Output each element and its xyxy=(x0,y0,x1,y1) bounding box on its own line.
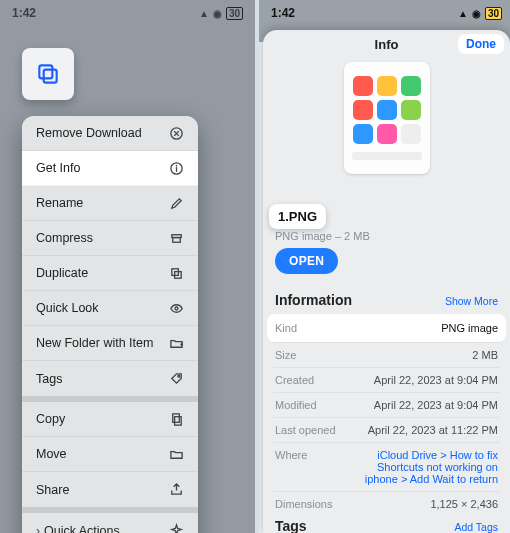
menu-quick-actions[interactable]: ›Quick Actions xyxy=(22,513,198,533)
information-heading: Information xyxy=(275,292,352,308)
wifi-icon: ◉ xyxy=(472,8,481,19)
svg-rect-1 xyxy=(44,70,57,83)
menu-compress[interactable]: Compress xyxy=(22,221,198,256)
eye-icon xyxy=(168,300,184,316)
menu-label: Rename xyxy=(36,196,83,210)
info-key: Created xyxy=(275,374,314,386)
menu-label: Get Info xyxy=(36,161,80,175)
x-circle-icon xyxy=(168,125,184,141)
info-value: April 22, 2023 at 9:04 PM xyxy=(374,399,498,411)
info-row-last-opened: Last openedApril 22, 2023 at 11:22 PM xyxy=(273,417,500,442)
copy-icon xyxy=(168,411,184,427)
battery-icon: 30 xyxy=(485,7,502,20)
phone-left-screenshot: 1:42 ▲ ◉ 30 Remove Download Get Info Ren… xyxy=(0,0,255,533)
info-value: 2 MB xyxy=(472,349,498,361)
svg-rect-0 xyxy=(39,65,52,78)
show-more-link[interactable]: Show More xyxy=(445,295,498,307)
info-key: Modified xyxy=(275,399,317,411)
phone-right-screenshot: 1:42 ▲ ◉ 30 Info Done 1.PNG PNG image – … xyxy=(259,0,510,533)
menu-group-1: Remove Download Get Info Rename Compress… xyxy=(22,116,198,396)
menu-label: New Folder with Item xyxy=(36,336,153,350)
info-row-created: CreatedApril 22, 2023 at 9:04 PM xyxy=(273,367,500,392)
wifi-icon: ▲ xyxy=(458,8,468,19)
info-header: Info Done xyxy=(263,30,510,58)
menu-rename[interactable]: Rename xyxy=(22,186,198,221)
tags-heading: Tags xyxy=(275,518,307,533)
clock: 1:42 xyxy=(12,6,36,20)
chevron-right-icon: › xyxy=(36,524,40,534)
info-circle-icon xyxy=(168,160,184,176)
info-key: Dimensions xyxy=(275,498,332,510)
info-row-where: WhereiCloud Drive > How to fix Shortcuts… xyxy=(273,442,500,491)
menu-duplicate[interactable]: Duplicate xyxy=(22,256,198,291)
svg-rect-10 xyxy=(172,413,179,421)
add-tags-link[interactable]: Add Tags xyxy=(454,521,498,533)
menu-quick-look[interactable]: Quick Look xyxy=(22,291,198,326)
done-button[interactable]: Done xyxy=(458,34,504,54)
info-sheet: Info Done 1.PNG PNG image – 2 MB OPEN In… xyxy=(263,30,510,533)
file-preview[interactable] xyxy=(344,62,430,174)
menu-get-info[interactable]: Get Info xyxy=(22,151,198,186)
clock: 1:42 xyxy=(271,6,295,20)
wifi-icon: ◉ xyxy=(213,8,222,19)
info-value: April 22, 2023 at 11:22 PM xyxy=(368,424,498,436)
information-section: Information Show More KindPNG imageSize2… xyxy=(273,292,500,516)
menu-label: Remove Download xyxy=(36,126,142,140)
menu-tags[interactable]: Tags xyxy=(22,361,198,396)
status-bar: 1:42 ▲ ◉ 30 xyxy=(0,0,255,26)
share-icon xyxy=(168,482,184,498)
menu-label: Quick Actions xyxy=(44,524,120,534)
menu-group-2: Copy Move Share xyxy=(22,402,198,507)
menu-label: Tags xyxy=(36,372,62,386)
duplicate-icon xyxy=(168,265,184,281)
info-key: Last opened xyxy=(275,424,336,436)
menu-label: Share xyxy=(36,483,69,497)
svg-point-9 xyxy=(177,375,179,377)
copy-icon xyxy=(35,61,61,87)
folder-plus-icon xyxy=(168,335,184,351)
archive-icon xyxy=(168,230,184,246)
battery-icon: 30 xyxy=(226,7,243,20)
svg-rect-11 xyxy=(174,416,181,424)
info-key: Size xyxy=(275,349,296,361)
info-row-dimensions: Dimensions1,125 × 2,436 xyxy=(273,491,500,516)
info-row-size: Size2 MB xyxy=(273,342,500,367)
menu-label: Quick Look xyxy=(36,301,99,315)
pencil-icon xyxy=(168,195,184,211)
menu-new-folder-item[interactable]: New Folder with Item xyxy=(22,326,198,361)
menu-label: Duplicate xyxy=(36,266,88,280)
menu-group-3: ›Quick Actions xyxy=(22,513,198,533)
menu-copy[interactable]: Copy xyxy=(22,402,198,437)
info-title: Info xyxy=(375,37,399,52)
tag-icon xyxy=(168,371,184,387)
info-value: 1,125 × 2,436 xyxy=(430,498,498,510)
menu-move[interactable]: Move xyxy=(22,437,198,472)
menu-label: Move xyxy=(36,447,67,461)
info-row-kind: KindPNG image xyxy=(267,314,506,342)
svg-rect-5 xyxy=(172,237,180,242)
folder-icon xyxy=(168,446,184,462)
menu-remove-download[interactable]: Remove Download xyxy=(22,116,198,151)
sparkle-icon xyxy=(168,523,184,534)
menu-label: Copy xyxy=(36,412,65,426)
info-key: Kind xyxy=(275,322,297,334)
info-row-modified: ModifiedApril 22, 2023 at 9:04 PM xyxy=(273,392,500,417)
svg-point-8 xyxy=(175,307,178,310)
status-bar: 1:42 ▲ ◉ 30 xyxy=(259,0,510,26)
preview-area xyxy=(263,58,510,176)
wifi-icon: ▲ xyxy=(199,8,209,19)
menu-share[interactable]: Share xyxy=(22,472,198,507)
context-menu: Remove Download Get Info Rename Compress… xyxy=(22,116,198,533)
file-thumbnail[interactable] xyxy=(22,48,74,100)
info-value: April 22, 2023 at 9:04 PM xyxy=(374,374,498,386)
file-subtitle: PNG image – 2 MB xyxy=(275,230,370,242)
info-key: Where xyxy=(275,449,307,485)
info-value[interactable]: iCloud Drive > How to fix Shortcuts not … xyxy=(348,449,498,485)
tags-section: Tags Add Tags xyxy=(273,518,500,533)
filename-label: 1.PNG xyxy=(269,204,326,229)
open-button[interactable]: OPEN xyxy=(275,248,338,274)
menu-label: Compress xyxy=(36,231,93,245)
info-value: PNG image xyxy=(441,322,498,334)
